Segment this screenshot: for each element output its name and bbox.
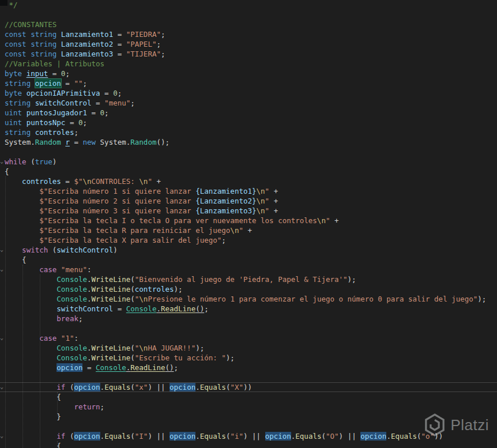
code-line[interactable]: const string Lanzamiento3 = "TIJERA"; bbox=[5, 49, 497, 59]
code-line[interactable]: { bbox=[5, 255, 497, 265]
code-token: : bbox=[74, 334, 78, 342]
code-token: 0 bbox=[100, 108, 105, 117]
code-token bbox=[5, 383, 57, 391]
code-token: string bbox=[31, 50, 57, 58]
code-line[interactable] bbox=[5, 372, 497, 382]
code-line[interactable]: byte input = 0; bbox=[5, 69, 497, 78]
code-token: ( bbox=[65, 432, 74, 441]
code-token: + bbox=[152, 177, 161, 186]
code-editor: *///CONSTANTESconst string Lanzamiento1 … bbox=[0, 0, 497, 448]
code-line[interactable]: } bbox=[5, 412, 497, 421]
code-line[interactable]: byte opcionIAPrimitiva = 0; bbox=[5, 88, 497, 98]
code-token: \n bbox=[257, 206, 265, 215]
code-line[interactable]: uint puntosNpc = 0; bbox=[5, 118, 497, 127]
fold-chevron-icon[interactable]: ⌄ bbox=[0, 265, 5, 273]
code-line[interactable] bbox=[5, 421, 497, 431]
code-token: WriteLine bbox=[92, 275, 131, 284]
code-line[interactable]: Console.WriteLine("\nPresione le número … bbox=[5, 294, 497, 304]
code-token: case bbox=[39, 334, 57, 342]
code-line[interactable]: $"Escriba la tecla R para reiniciar el j… bbox=[5, 225, 497, 235]
code-token: ; bbox=[130, 99, 135, 107]
code-token: Lanzamiento1 bbox=[61, 30, 113, 39]
code-token bbox=[5, 265, 39, 274]
code-line[interactable]: opcion = Console.ReadLine(); bbox=[5, 363, 497, 372]
code-line[interactable]: //Variables | Atributos bbox=[5, 59, 497, 69]
code-area[interactable]: *///CONSTANTESconst string Lanzamiento1 … bbox=[0, 0, 497, 448]
code-token: ); bbox=[226, 353, 235, 362]
code-token: "menu" bbox=[61, 265, 87, 274]
code-line[interactable]: $"Escriba la tecla X para salir del jueg… bbox=[5, 235, 497, 245]
code-token: Random bbox=[35, 138, 61, 146]
code-line[interactable]: { bbox=[5, 441, 497, 448]
code-line[interactable] bbox=[5, 323, 497, 333]
code-line[interactable] bbox=[5, 10, 497, 20]
code-token: if bbox=[57, 432, 65, 441]
code-line[interactable]: ⌄ case "menu": bbox=[5, 265, 497, 274]
fold-chevron-icon[interactable]: ⌄ bbox=[0, 431, 5, 440]
code-line[interactable]: break; bbox=[5, 314, 497, 323]
code-line[interactable]: uint puntosJugador1 = 0; bbox=[5, 108, 497, 118]
code-token: $"Escriba la tecla R para reiniciar el j… bbox=[39, 226, 230, 235]
code-token: " bbox=[148, 177, 152, 186]
fold-chevron-icon[interactable]: ⌄ bbox=[0, 333, 5, 342]
code-line[interactable]: string opcion = ""; bbox=[5, 78, 497, 88]
code-token: . bbox=[100, 383, 105, 391]
code-line[interactable]: Console.WriteLine("\nHA JUGAR!!"); bbox=[5, 343, 497, 353]
code-line[interactable]: $"Escriba número 3 si quiere lanzar {Lan… bbox=[5, 206, 497, 216]
code-line[interactable]: Console.WriteLine("Bienvenido al juego d… bbox=[5, 274, 497, 284]
code-line[interactable]: $"Escriba número 1 si quiere lanzar {Lan… bbox=[5, 186, 497, 196]
code-line[interactable]: controles = $"\nCONTROLES: \n" + bbox=[5, 176, 497, 186]
code-token: \n bbox=[82, 177, 91, 186]
code-token: = bbox=[87, 108, 100, 117]
code-line[interactable]: */ bbox=[5, 0, 497, 10]
code-token: Lanzamiento2 bbox=[61, 40, 113, 48]
code-line[interactable]: const string Lanzamiento2 = "PAPEL"; bbox=[5, 39, 497, 49]
code-line[interactable] bbox=[5, 147, 497, 157]
code-line[interactable]: System.Random r = new System.Random(); bbox=[5, 137, 497, 147]
code-line[interactable]: string switchControl = "menu"; bbox=[5, 98, 497, 108]
code-line[interactable]: { bbox=[5, 392, 497, 402]
code-line[interactable]: ⌄ switch (switchControl) bbox=[5, 245, 497, 255]
code-token: ( bbox=[48, 246, 57, 254]
code-line[interactable]: $"Escriba número 2 si quiere lanzar {Lan… bbox=[5, 196, 497, 206]
code-token: ); bbox=[477, 295, 486, 303]
code-token: = bbox=[61, 177, 74, 186]
code-token bbox=[57, 40, 61, 48]
code-token bbox=[57, 265, 61, 274]
code-token: 0 bbox=[113, 89, 118, 97]
code-token: if bbox=[57, 383, 65, 391]
code-line[interactable]: ⌄ case "1": bbox=[5, 333, 497, 343]
code-line[interactable]: Console.WriteLine("Escribe tu acción: ")… bbox=[5, 353, 497, 363]
code-token: Random bbox=[130, 138, 156, 146]
code-line[interactable]: ⌄while (true) bbox=[5, 157, 497, 167]
code-token: ; bbox=[221, 236, 226, 244]
fold-chevron-icon[interactable]: ⌄ bbox=[0, 245, 5, 254]
code-token: ( bbox=[130, 344, 135, 352]
code-token: "O" bbox=[326, 432, 339, 441]
code-token: opcion bbox=[57, 363, 82, 372]
code-token: { bbox=[5, 442, 61, 448]
code-token bbox=[5, 295, 57, 303]
code-token: WriteLine bbox=[92, 353, 131, 362]
code-line[interactable]: ⌄ if (opcion.Equals("I") || opcion.Equal… bbox=[5, 431, 497, 441]
code-line[interactable]: return; bbox=[5, 402, 497, 412]
code-token: controles bbox=[22, 177, 61, 186]
code-token: = bbox=[92, 99, 105, 107]
code-line[interactable]: Console.WriteLine(controles); bbox=[5, 284, 497, 294]
code-token: uint bbox=[5, 108, 22, 117]
code-line[interactable]: //CONSTANTES bbox=[5, 20, 497, 29]
fold-chevron-icon[interactable]: ⌄ bbox=[0, 157, 5, 165]
code-line[interactable]: string controles; bbox=[5, 127, 497, 137]
code-line[interactable]: { bbox=[5, 167, 497, 176]
code-token: . bbox=[156, 304, 161, 313]
code-token: ; bbox=[161, 50, 165, 58]
code-token: System bbox=[100, 138, 126, 146]
code-token: . bbox=[31, 138, 35, 146]
code-line[interactable]: const string Lanzamiento1 = "PIEDRA"; bbox=[5, 29, 497, 39]
code-line[interactable]: $"Escriba la tecla I o tecla O para ver … bbox=[5, 216, 497, 225]
fold-chevron-icon[interactable]: ⌄ bbox=[0, 382, 5, 391]
code-token: ( bbox=[65, 383, 74, 391]
code-token: Equals bbox=[200, 432, 226, 441]
code-line[interactable]: switchControl = Console.ReadLine(); bbox=[5, 304, 497, 314]
code-line-current[interactable]: ⌄ if (opcion.Equals("x") || opcion.Equal… bbox=[0, 382, 497, 392]
